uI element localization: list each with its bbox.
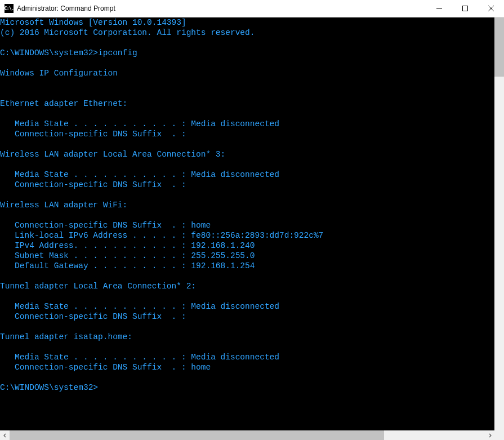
vertical-scrollbar[interactable] [494, 17, 504, 430]
minimize-icon [436, 6, 442, 11]
cmd-icon: C:\. [5, 4, 14, 13]
horizontal-scrollbar[interactable] [0, 430, 504, 440]
window-controls [426, 0, 504, 17]
minimize-button[interactable] [426, 0, 452, 17]
maximize-icon [462, 6, 468, 11]
window-title: Administrator: Command Prompt [17, 5, 426, 12]
console-output[interactable]: Microsoft Windows [Version 10.0.14393] (… [0, 17, 494, 430]
horizontal-scroll-track[interactable] [10, 430, 485, 440]
scrollbar-corner [494, 430, 504, 440]
chevron-left-icon [3, 433, 7, 438]
close-button[interactable] [478, 0, 504, 17]
close-icon [488, 6, 494, 11]
maximize-button[interactable] [452, 0, 478, 17]
window-titlebar[interactable]: C:\. Administrator: Command Prompt [0, 0, 504, 17]
console-area: Microsoft Windows [Version 10.0.14393] (… [0, 17, 504, 430]
scroll-right-arrow[interactable] [485, 430, 494, 440]
horizontal-scroll-thumb[interactable] [10, 430, 384, 440]
svg-rect-1 [463, 6, 468, 11]
scroll-left-arrow[interactable] [0, 430, 10, 440]
vertical-scroll-thumb[interactable] [494, 17, 504, 77]
chevron-right-icon [488, 433, 492, 438]
